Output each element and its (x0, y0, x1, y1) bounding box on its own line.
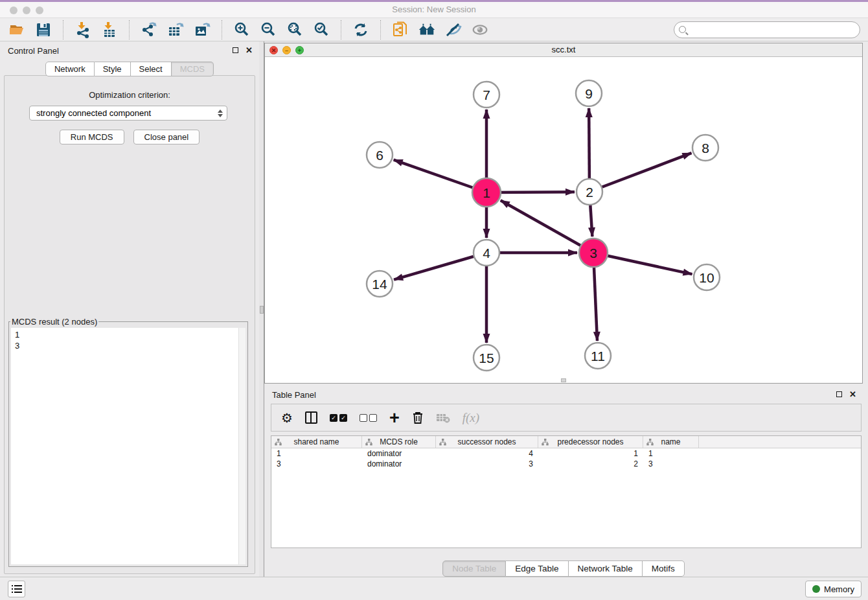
maximize-network-button[interactable]: + (295, 46, 304, 54)
table-cell[interactable]: 3 (643, 459, 699, 469)
graph-node-7[interactable]: 7 (474, 82, 499, 108)
zoom-window-button[interactable] (36, 6, 43, 14)
tab-edge-table[interactable]: Edge Table (506, 560, 568, 577)
minimize-window-button[interactable] (23, 6, 30, 14)
graph-node-label: 3 (589, 246, 597, 260)
optimization-criterion-label: Optimization criterion: (5, 90, 255, 100)
float-table-panel-icon[interactable] (836, 391, 842, 397)
select-all-columns-icon[interactable]: ✓✓ (330, 414, 347, 422)
column-header-label: shared name (293, 437, 339, 446)
graph-node-4[interactable]: 4 (474, 240, 499, 266)
graph-node-10[interactable]: 10 (694, 264, 720, 290)
graph-node-3[interactable]: 3 (579, 238, 608, 267)
home-network-icon[interactable] (418, 21, 436, 39)
memory-button[interactable]: Memory (805, 581, 862, 597)
show-columns-icon[interactable] (305, 411, 317, 424)
unselect-all-columns-icon[interactable] (360, 414, 377, 422)
zoom-out-icon[interactable] (259, 21, 277, 39)
tab-network-table[interactable]: Network Table (569, 560, 643, 577)
column-header-name[interactable]: name (643, 436, 699, 448)
network-window-titlebar[interactable]: ✕ – + scc.txt (265, 43, 862, 57)
fit-selected-icon[interactable] (312, 21, 330, 39)
column-header-successor-nodes[interactable]: successor nodes (436, 436, 538, 448)
save-session-icon[interactable] (34, 21, 52, 39)
graph-node-1[interactable]: 1 (472, 178, 501, 207)
tab-mcds[interactable]: MCDS (172, 62, 214, 76)
open-file-icon[interactable] (8, 21, 26, 39)
float-panel-icon[interactable] (233, 47, 238, 53)
zoom-in-icon[interactable] (233, 21, 251, 39)
close-panel-button[interactable]: Close panel (133, 130, 200, 144)
column-header-label: predecessor nodes (557, 437, 623, 446)
column-header-shared-name[interactable]: shared name (271, 436, 362, 448)
splitter-handle[interactable] (260, 306, 264, 314)
add-column-icon[interactable]: + (389, 411, 400, 424)
export-table-icon[interactable] (166, 21, 185, 39)
graph-node-8[interactable]: 8 (692, 135, 718, 161)
tab-node-table[interactable]: Node Table (442, 560, 506, 577)
table-cell[interactable]: dominator (362, 448, 436, 459)
column-header-MCDS-role[interactable]: MCDS role (362, 436, 436, 448)
column-header-predecessor-nodes[interactable]: predecessor nodes (538, 436, 643, 448)
mcds-result-box[interactable]: 1 3 (11, 328, 246, 564)
graph-node-2[interactable]: 2 (577, 179, 602, 205)
close-network-button[interactable]: ✕ (269, 46, 278, 54)
table-row[interactable]: 3dominator323 (271, 459, 861, 469)
mcds-result-line: 3 (11, 340, 246, 351)
node-table[interactable]: shared nameMCDS rolesuccessor nodesprede… (271, 435, 862, 548)
delete-columns-icon[interactable] (412, 411, 424, 424)
tab-style[interactable]: Style (95, 62, 131, 76)
graph-node-6[interactable]: 6 (367, 142, 393, 168)
graph-node-14[interactable]: 14 (367, 271, 393, 297)
graph-edge-4-14[interactable] (394, 253, 486, 280)
table-cell[interactable]: 3 (271, 459, 362, 469)
minimize-network-button[interactable]: – (282, 46, 291, 54)
window-controls[interactable] (10, 6, 43, 14)
tab-network[interactable]: Network (45, 62, 95, 76)
export-network-icon[interactable] (140, 21, 158, 39)
table-cell[interactable]: 2 (538, 459, 643, 469)
table-cell[interactable]: 1 (538, 448, 643, 459)
table-cell[interactable]: 3 (436, 459, 538, 469)
task-history-button[interactable] (8, 581, 25, 597)
table-settings-icon[interactable]: ⚙ (281, 411, 293, 424)
table-cell[interactable]: 4 (436, 448, 538, 459)
graph-edge-3-10[interactable] (593, 253, 692, 274)
hide-graphics-details-icon[interactable] (444, 21, 463, 39)
graph-node-15[interactable]: 15 (474, 345, 499, 371)
import-table-icon[interactable] (100, 21, 119, 39)
apply-layout-icon[interactable] (352, 21, 370, 39)
graph-node-11[interactable]: 11 (585, 343, 611, 369)
table-cell[interactable]: 1 (271, 448, 362, 459)
network-canvas[interactable]: 1234678910111415 (265, 57, 862, 383)
vertical-splitter[interactable] (259, 41, 264, 577)
horizontal-splitter-handle[interactable] (561, 378, 566, 382)
close-panel-icon[interactable]: ✕ (246, 47, 253, 53)
close-window-button[interactable] (10, 6, 17, 14)
table-row[interactable]: 1dominator411 (271, 448, 861, 459)
application-window: Session: New Session (0, 0, 868, 600)
clone-network-icon[interactable] (391, 21, 409, 39)
graph-node-label: 14 (372, 277, 387, 292)
graph-node-label: 1 (483, 185, 490, 200)
search-input[interactable] (690, 25, 855, 34)
search-box[interactable] (674, 21, 860, 38)
close-table-panel-icon[interactable]: ✕ (849, 391, 856, 397)
graph-edge-2-8[interactable] (589, 153, 691, 192)
graph-node-9[interactable]: 9 (576, 80, 602, 106)
mcds-result-line: 1 (11, 328, 246, 340)
show-graphics-details-icon[interactable] (471, 21, 489, 39)
export-image-icon[interactable] (193, 21, 211, 39)
graph-node-label: 8 (702, 141, 709, 156)
table-cell[interactable]: 1 (643, 448, 699, 459)
table-cell[interactable]: dominator (362, 459, 436, 469)
tab-select[interactable]: Select (131, 62, 172, 76)
run-mcds-button[interactable]: Run MCDS (60, 130, 124, 144)
window-titlebar: Session: New Session (0, 2, 868, 18)
result-scrollbar[interactable] (238, 328, 246, 564)
graph-edge-3-1[interactable] (501, 200, 593, 253)
tab-motifs[interactable]: Motifs (643, 560, 685, 577)
optimization-criterion-select[interactable]: strongly connected component (29, 106, 227, 121)
fit-content-icon[interactable] (286, 21, 304, 39)
import-network-icon[interactable] (74, 21, 92, 39)
